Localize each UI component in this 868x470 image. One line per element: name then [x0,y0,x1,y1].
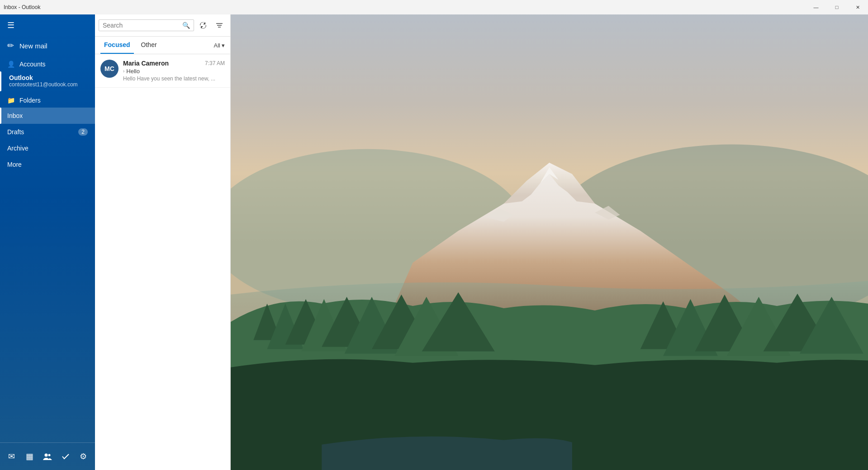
hamburger-icon: ☰ [7,20,14,30]
mail-item[interactable]: MC Maria Cameron 7:37 AM › Hello Hello H… [95,54,230,88]
account-item[interactable]: Outlook contosotest11@outlook.com [0,71,95,91]
accounts-label: Accounts [19,61,46,68]
mail-preview: Hello Have you seen the latest new, ... [123,75,225,82]
search-icon: 🔍 [182,22,190,29]
more-label: More [7,161,88,168]
folders-icon: 📁 [7,97,15,104]
sync-button[interactable] [196,18,210,33]
tabs-row: Focused Other All ▾ [95,37,230,54]
search-bar: 🔍 [95,14,230,37]
drafts-badge: 2 [78,128,88,136]
svg-point-1 [48,454,50,456]
filter-button[interactable] [212,18,227,33]
all-filter-label: All [214,42,220,49]
new-mail-icon: ✏ [7,41,14,51]
hamburger-button[interactable]: ☰ [0,14,22,36]
mail-time: 7:37 AM [205,60,225,66]
mail-subject-row: › Hello [123,68,225,75]
active-account-indicator [0,71,1,91]
drafts-label: Drafts [7,128,78,136]
new-mail-label: New mail [19,42,47,50]
accounts-section-header: 👤 Accounts [0,55,95,71]
folder-more[interactable]: More [0,156,95,173]
todo-nav-icon[interactable] [57,447,74,465]
folder-drafts[interactable]: Drafts 2 [0,124,95,140]
account-name: Outlook [9,74,88,81]
tab-other[interactable]: Other [138,37,161,54]
all-filter-dropdown[interactable]: All ▾ [214,42,225,49]
title-bar-text: Inbox - Outlook [4,4,40,10]
folders-label: Folders [19,97,41,104]
inbox-label: Inbox [7,112,88,119]
accounts-icon: 👤 [7,61,15,68]
mail-header-row: Maria Cameron 7:37 AM [123,60,225,67]
mail-list: MC Maria Cameron 7:37 AM › Hello Hello H… [95,54,230,470]
svg-point-0 [44,454,47,457]
mail-list-panel: 🔍 Focused [95,14,231,470]
title-bar-controls: — □ ✕ [806,0,868,14]
folders-section-header: 📁 Folders [0,91,95,108]
minimize-button[interactable]: — [806,0,826,14]
mail-subject: Hello [126,68,140,75]
sidebar-content: ☰ ✏ New mail 👤 Accounts Outlook contosot… [0,14,95,470]
calendar-nav-icon[interactable]: ▦ [22,447,38,465]
mountain-background [231,14,868,470]
tab-focused[interactable]: Focused [100,37,134,54]
mail-thread-icon: › [123,69,124,74]
chevron-down-icon: ▾ [222,42,225,49]
restore-button[interactable]: □ [826,0,847,14]
archive-label: Archive [7,145,88,152]
new-mail-button[interactable]: ✏ New mail [0,36,95,55]
avatar: MC [100,60,119,78]
app-body: ☰ ✏ New mail 👤 Accounts Outlook contosot… [0,14,868,470]
settings-nav-icon[interactable]: ⚙ [75,447,91,465]
inbox-active-bar [0,108,1,124]
mail-nav-icon[interactable]: ✉ [4,447,20,465]
sidebar: ☰ ✏ New mail 👤 Accounts Outlook contosot… [0,14,95,470]
close-button[interactable]: ✕ [847,0,868,14]
search-input[interactable] [103,22,180,29]
folder-inbox[interactable]: Inbox [0,108,95,124]
mail-sender: Maria Cameron [123,60,169,67]
sidebar-bottom-nav: ✉ ▦ ⚙ [0,442,95,470]
search-input-wrap[interactable]: 🔍 [99,19,194,31]
content-area [231,14,868,470]
mail-content: Maria Cameron 7:37 AM › Hello Hello Have… [123,60,225,82]
people-nav-icon[interactable] [39,447,56,465]
folder-archive[interactable]: Archive [0,140,95,156]
title-bar: Inbox - Outlook — □ ✕ [0,0,868,14]
account-email: contosotest11@outlook.com [9,81,88,88]
